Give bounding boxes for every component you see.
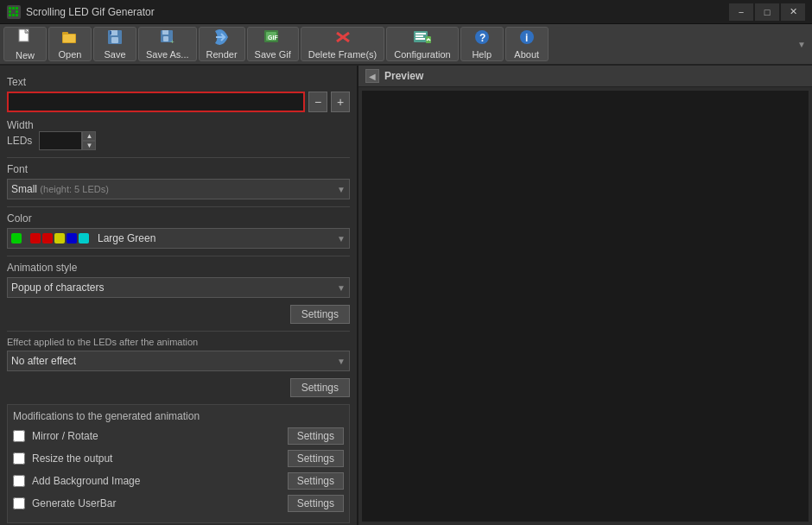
svg-rect-7 — [16, 14, 18, 16]
save-gif-button[interactable]: GIF Save Gif — [247, 27, 299, 61]
svg-rect-1 — [12, 7, 15, 9]
leds-input[interactable]: 50 — [39, 131, 82, 150]
effect-dropdown[interactable]: No after effect ▼ — [7, 351, 350, 371]
spinbox-up[interactable]: ▲ — [82, 131, 96, 141]
plus-button[interactable]: + — [331, 92, 350, 112]
text-input[interactable] — [7, 92, 305, 112]
color-dropdown-row: Large Green ▼ — [7, 228, 350, 249]
mod-mirror-settings[interactable]: Settings — [288, 427, 344, 445]
mod-userbar-label: Generate UserBar — [32, 497, 281, 509]
svg-rect-4 — [16, 10, 18, 13]
spinbox-down[interactable]: ▼ — [82, 141, 96, 150]
color-section-label: Color — [7, 212, 350, 225]
delete-frames-button[interactable]: Delete Frame(s) — [301, 27, 384, 61]
effect-settings-button[interactable]: Settings — [290, 378, 350, 397]
svg-rect-17 — [110, 31, 111, 35]
effect-settings-row: Settings — [7, 378, 350, 397]
save-as-icon: + — [160, 29, 175, 47]
svg-text:?: ? — [479, 32, 485, 44]
maximize-button[interactable]: □ — [755, 3, 779, 21]
save-button[interactable]: Save — [93, 27, 136, 61]
left-panel: Text − + Width LEDs 50 ▲ ▼ Font — [0, 66, 358, 525]
title-bar: Scrolling LED Gif Generator − □ ✕ — [0, 0, 812, 24]
close-button[interactable]: ✕ — [781, 3, 805, 21]
mod-resize-settings[interactable]: Settings — [288, 450, 344, 467]
mod-resize-checkbox[interactable] — [13, 452, 25, 465]
save-as-label: Save As... — [146, 49, 189, 60]
effect-description: Effect applied to the LEDs after the ani… — [7, 337, 350, 347]
help-icon: ? — [474, 29, 490, 47]
svg-rect-3 — [9, 10, 11, 13]
open-icon — [61, 29, 79, 47]
svg-rect-15 — [111, 30, 117, 35]
configuration-button[interactable]: Configuration — [386, 27, 458, 61]
animation-settings-button[interactable]: Settings — [290, 305, 350, 324]
mod-mirror-label: Mirror / Rotate — [32, 430, 281, 442]
mods-section: Modifications to the generated animation… — [7, 404, 350, 523]
minus-button[interactable]: − — [308, 92, 327, 112]
mod-userbar-settings[interactable]: Settings — [288, 495, 344, 512]
animation-section-label: Animation style — [7, 262, 350, 274]
leds-label: LEDs — [7, 135, 32, 147]
toolbar: New Open Save — [0, 24, 812, 66]
svg-rect-19 — [162, 30, 168, 35]
mod-background-label: Add Background Image — [32, 475, 281, 487]
open-label: Open — [59, 49, 82, 60]
preview-area — [362, 91, 809, 522]
width-section: Width LEDs 50 ▲ ▼ — [7, 119, 350, 150]
mods-title: Modifications to the generated animation — [13, 410, 344, 422]
render-icon — [213, 29, 232, 47]
mod-row-background: Add Background Image Settings — [13, 472, 344, 490]
save-gif-icon: GIF — [263, 29, 282, 47]
new-button[interactable]: New — [3, 27, 47, 61]
swatch-blue — [67, 233, 77, 244]
effect-dropdown-arrow: ▼ — [337, 357, 346, 366]
delete-frames-label: Delete Frame(s) — [308, 49, 377, 60]
width-row: LEDs 50 ▲ ▼ — [7, 131, 350, 150]
save-as-button[interactable]: + Save As... — [138, 27, 197, 61]
svg-rect-13 — [63, 35, 75, 42]
swatch-yellow — [54, 233, 65, 244]
window-title: Scrolling LED Gif Generator — [26, 6, 729, 18]
svg-rect-29 — [416, 35, 423, 37]
mod-mirror-checkbox[interactable] — [13, 430, 25, 442]
svg-rect-0 — [9, 7, 11, 9]
animation-dropdown[interactable]: Popup of characters ▼ — [7, 277, 350, 298]
save-icon — [107, 29, 123, 47]
effect-value: No after effect — [11, 355, 76, 367]
swatch-green — [11, 233, 22, 244]
font-dropdown[interactable]: Small (height: 5 LEDs) ▼ — [7, 179, 350, 199]
animation-dropdown-arrow: ▼ — [337, 283, 346, 293]
svg-rect-20 — [163, 36, 168, 41]
preview-header: ◀ Preview — [358, 66, 812, 87]
divider-1 — [7, 157, 350, 158]
about-icon: i — [519, 29, 535, 47]
mod-background-settings[interactable]: Settings — [288, 472, 344, 490]
svg-rect-6 — [12, 14, 15, 16]
effect-dropdown-row: No after effect ▼ — [7, 351, 350, 371]
main-content: Text − + Width LEDs 50 ▲ ▼ Font — [0, 66, 812, 525]
animation-value: Popup of characters — [11, 281, 104, 294]
svg-text:i: i — [525, 32, 528, 44]
color-dropdown[interactable]: Large Green ▼ — [7, 228, 350, 249]
render-label: Render — [206, 49, 238, 60]
minimize-button[interactable]: − — [729, 3, 753, 21]
animation-settings-row: Settings — [7, 305, 350, 324]
preview-collapse-button[interactable]: ◀ — [365, 69, 379, 83]
mod-userbar-checkbox[interactable] — [13, 497, 25, 509]
mod-row-mirror: Mirror / Rotate Settings — [13, 427, 344, 445]
about-button[interactable]: i About — [505, 27, 549, 61]
right-panel: ◀ Preview — [358, 66, 812, 525]
font-dropdown-row: Small (height: 5 LEDs) ▼ — [7, 179, 350, 199]
open-button[interactable]: Open — [48, 27, 92, 61]
help-label: Help — [472, 49, 492, 60]
help-button[interactable]: ? Help — [460, 27, 504, 61]
color-name: Large Green — [98, 232, 155, 244]
window-controls: − □ ✕ — [729, 3, 805, 21]
svg-rect-2 — [16, 7, 18, 9]
new-icon — [16, 28, 34, 48]
render-button[interactable]: Render — [199, 27, 245, 61]
swatch-red2 — [42, 233, 53, 244]
mod-background-checkbox[interactable] — [13, 475, 25, 487]
svg-rect-30 — [416, 38, 425, 40]
